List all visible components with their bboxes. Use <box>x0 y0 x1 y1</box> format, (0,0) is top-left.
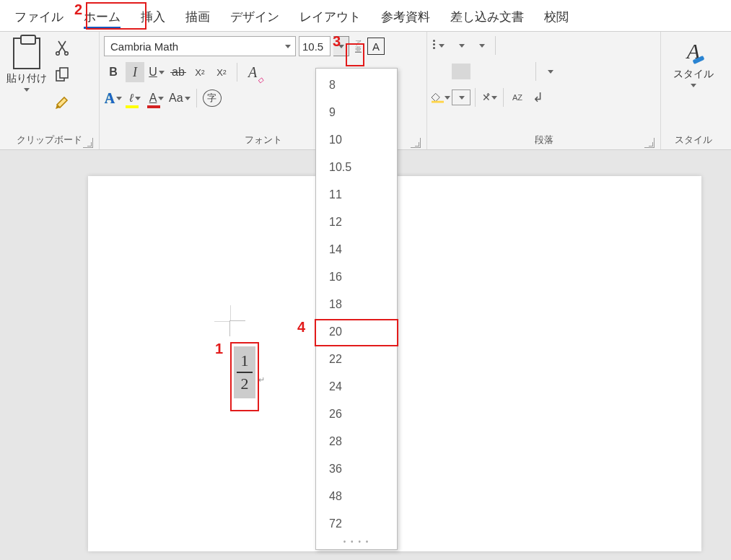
character-border-button[interactable]: A <box>367 38 385 55</box>
tab-home[interactable]: ホーム <box>74 1 131 30</box>
subscript-button[interactable]: X2 <box>191 62 209 82</box>
group-paragraph: ✕̂ AZ ↲ 段落 <box>427 32 661 149</box>
chevron-down-icon <box>116 97 122 100</box>
shading-button[interactable] <box>432 89 450 105</box>
chevron-down-icon <box>185 97 191 100</box>
separator <box>196 89 197 108</box>
size-option[interactable]: 12 <box>316 209 397 236</box>
chevron-down-icon <box>459 96 465 100</box>
font-name-combo[interactable]: Cambria Math <box>104 36 296 56</box>
bold-button[interactable]: B <box>104 62 123 82</box>
phonetic-guide-button[interactable]: ア 亜 <box>355 40 362 53</box>
italic-button[interactable]: I <box>126 62 144 82</box>
size-option[interactable]: 10 <box>316 126 397 154</box>
font-color-button[interactable]: A <box>147 88 166 108</box>
tab-mailings[interactable]: 差し込み文書 <box>440 1 534 30</box>
group-styles: A スタイル スタイル <box>661 32 726 149</box>
styles-button[interactable]: スタイル <box>673 68 714 81</box>
justify-button[interactable] <box>492 64 511 79</box>
styles-icon[interactable]: A <box>687 39 700 64</box>
chevron-down-icon <box>479 44 485 48</box>
enclosed-char-button[interactable]: 字 <box>203 89 222 107</box>
chevron-down-icon <box>159 71 165 74</box>
size-option[interactable]: 14 <box>316 236 397 263</box>
fraction-bar <box>237 372 253 373</box>
superscript-button[interactable]: X2 <box>212 62 231 82</box>
paste-button[interactable]: 貼り付け <box>6 72 47 85</box>
size-option[interactable]: 8 <box>316 71 397 99</box>
chevron-down-icon[interactable] <box>24 88 30 92</box>
group-label-clipboard: クリップボード <box>4 134 95 149</box>
tab-references[interactable]: 参考資料 <box>371 1 440 30</box>
bullets-button[interactable] <box>432 38 450 53</box>
line-spacing-button[interactable] <box>540 64 559 79</box>
align-right-button[interactable] <box>472 64 491 79</box>
size-option[interactable]: 36 <box>316 455 397 483</box>
font-size-input[interactable]: 10.5 <box>299 36 331 56</box>
chevron-down-icon <box>491 96 497 100</box>
multilevel-list-button[interactable] <box>472 38 491 53</box>
text-direction-button[interactable]: ✕̂ <box>480 89 499 105</box>
clipboard-dialog-launcher[interactable] <box>83 138 93 148</box>
distribute-button[interactable] <box>512 64 531 79</box>
size-option[interactable]: 26 <box>316 401 397 428</box>
show-marks-button[interactable]: ↲ <box>528 89 547 105</box>
size-option[interactable]: 16 <box>316 263 397 291</box>
font-size-dropdown[interactable]: 8 9 10 10.5 11 12 14 16 18 20 22 24 26 2… <box>315 68 398 550</box>
text-effects-button[interactable]: A <box>104 88 123 108</box>
highlight-button[interactable]: ℓ <box>126 88 144 108</box>
chevron-down-icon[interactable] <box>285 45 291 48</box>
dropdown-resize-grip[interactable]: • • • • <box>316 538 397 548</box>
font-dialog-launcher[interactable] <box>411 138 421 148</box>
size-option[interactable]: 22 <box>316 346 397 373</box>
size-option[interactable]: 11 <box>316 181 397 209</box>
sort-button[interactable]: AZ <box>508 89 527 105</box>
align-center-button[interactable] <box>452 64 470 79</box>
tab-review[interactable]: 校閲 <box>534 1 579 30</box>
size-option[interactable]: 18 <box>316 291 397 318</box>
size-option[interactable]: 10.5 <box>316 154 397 181</box>
chevron-down-icon <box>439 44 445 48</box>
underline-button[interactable]: U <box>147 62 166 82</box>
fraction-denominator[interactable]: 2 <box>234 374 255 394</box>
clear-formatting-button[interactable]: A◇ <box>243 62 262 82</box>
tab-design[interactable]: デザイン <box>220 1 289 30</box>
cut-icon[interactable] <box>52 38 72 58</box>
change-case-button[interactable]: Aa <box>169 88 191 108</box>
group-label-paragraph: 段落 <box>432 134 656 149</box>
chevron-down-icon <box>338 45 344 48</box>
size-option[interactable]: 20 <box>316 318 397 346</box>
size-option[interactable]: 72 <box>316 510 397 538</box>
svg-rect-3 <box>60 68 68 78</box>
borders-button[interactable] <box>452 89 470 105</box>
align-left-button[interactable] <box>432 64 450 79</box>
tab-insert[interactable]: 挿入 <box>131 1 175 30</box>
tab-draw[interactable]: 描画 <box>175 1 220 30</box>
group-label-styles: スタイル <box>665 134 722 149</box>
separator <box>475 88 476 107</box>
format-painter-icon[interactable] <box>52 92 72 113</box>
fraction-numerator[interactable]: 1 <box>234 351 255 371</box>
size-option[interactable]: 48 <box>316 483 397 510</box>
menu-bar: ファイル ホーム 挿入 描画 デザイン レイアウト 参考資料 差し込み文書 校閲 <box>0 0 731 32</box>
tab-file[interactable]: ファイル <box>4 1 74 30</box>
separator <box>237 63 237 82</box>
size-option[interactable]: 24 <box>316 373 397 401</box>
font-size-dropdown-button[interactable] <box>333 36 349 56</box>
size-option[interactable]: 9 <box>316 99 397 126</box>
size-option[interactable]: 28 <box>316 428 397 455</box>
increase-indent-button[interactable] <box>520 38 539 53</box>
copy-icon[interactable] <box>52 65 72 85</box>
paragraph-dialog-launcher[interactable] <box>644 138 655 148</box>
chevron-down-icon[interactable] <box>691 84 696 87</box>
separator <box>535 62 536 81</box>
paste-icon[interactable] <box>13 38 40 69</box>
chevron-down-icon <box>548 70 553 74</box>
tab-layout[interactable]: レイアウト <box>289 1 371 30</box>
chevron-down-icon <box>135 97 141 100</box>
paragraph-mark-icon: ↵ <box>258 375 265 385</box>
decrease-indent-button[interactable] <box>500 38 519 53</box>
equation-fraction[interactable]: 1 2 <box>234 346 255 398</box>
numbering-button[interactable] <box>452 38 470 53</box>
strikethrough-button[interactable]: ab <box>169 62 188 82</box>
